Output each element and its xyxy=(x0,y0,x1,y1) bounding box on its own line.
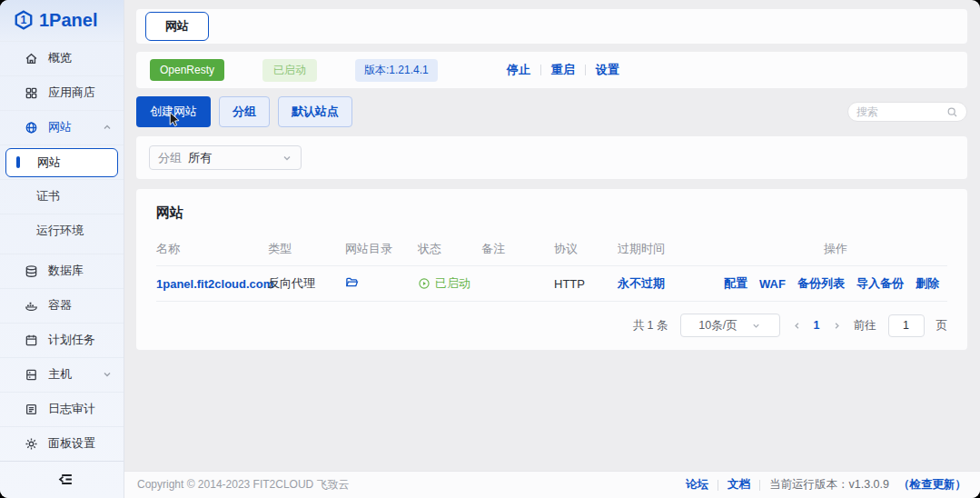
website-type: 反向代理 xyxy=(268,276,315,290)
calendar-icon xyxy=(25,334,38,347)
import-backup-link[interactable]: 导入备份 xyxy=(856,275,904,292)
app-window: 1 1Panel 概览 应用商店 网站 网站 xyxy=(0,0,980,498)
goto-label: 前往 xyxy=(854,318,876,334)
forum-link[interactable]: 论坛 xyxy=(686,477,708,493)
sidebar-item-host[interactable]: 主机 xyxy=(0,357,124,392)
running-version-text: 当前运行版本：v1.3.0.9 xyxy=(769,477,889,493)
total-count: 共 1 条 xyxy=(633,318,668,334)
delete-link[interactable]: 删除 xyxy=(916,275,939,292)
websites-card: 网站 名称 类型 网站目录 状态 备注 协议 过期时间 操作 xyxy=(136,189,967,350)
sidebar-subitem-cert[interactable]: 证书 xyxy=(0,179,124,214)
hexagon-logo-icon: 1 xyxy=(14,10,34,30)
column-actions: 操作 xyxy=(724,234,947,266)
website-protocol: HTTP xyxy=(554,277,585,291)
prev-page-icon[interactable] xyxy=(792,321,802,331)
restart-service-link[interactable]: 重启 xyxy=(551,62,575,78)
sidebar-item-label: 计划任务 xyxy=(48,332,95,348)
service-version-badge: 版本:1.21.4.1 xyxy=(355,59,438,82)
container-whale-icon xyxy=(25,299,38,313)
database-icon xyxy=(25,264,38,278)
gear-icon xyxy=(25,437,38,451)
table-header-row: 名称 类型 网站目录 状态 备注 协议 过期时间 操作 xyxy=(156,234,947,266)
collapse-sidebar-icon[interactable] xyxy=(56,471,74,488)
sidebar-item-label: 应用商店 xyxy=(48,85,95,101)
page-unit-label: 页 xyxy=(936,318,948,334)
sidebar-item-cronjob[interactable]: 计划任务 xyxy=(0,323,124,357)
service-actions: 停止 重启 设置 xyxy=(507,62,619,78)
svg-text:1: 1 xyxy=(21,15,27,27)
main-content: 网站 OpenResty 已启动 版本:1.21.4.1 停止 重启 设置 创建… xyxy=(124,0,980,498)
sidebar-collapse-row xyxy=(0,461,124,498)
page-size-select[interactable]: 10条/页 xyxy=(680,314,780,337)
tab-strip: 网站 xyxy=(136,9,967,44)
docs-link[interactable]: 文档 xyxy=(728,477,750,493)
sidebar-item-label: 数据库 xyxy=(48,263,84,279)
log-document-icon xyxy=(25,403,38,416)
filter-bar: 分组 所有 xyxy=(136,136,967,179)
service-settings-link[interactable]: 设置 xyxy=(596,62,619,78)
chevron-down-icon xyxy=(102,369,113,380)
backup-list-link[interactable]: 备份列表 xyxy=(797,275,845,292)
group-filter-select[interactable]: 分组 所有 xyxy=(149,145,302,170)
next-page-icon[interactable] xyxy=(832,321,842,331)
divider xyxy=(585,65,586,75)
sidebar-subitem-website-wrap: 网站 xyxy=(0,144,124,179)
sidebar-item-label: 日志审计 xyxy=(48,401,95,417)
column-protocol: 协议 xyxy=(554,234,618,266)
column-expire: 过期时间 xyxy=(618,234,724,266)
sidebar-menu: 概览 应用商店 网站 网站 证书 运行环境 xyxy=(0,41,124,461)
default-site-button[interactable]: 默认站点 xyxy=(278,96,352,127)
status-badge: 已启动 xyxy=(418,275,481,292)
sidebar-subitem-label: 证书 xyxy=(36,188,60,204)
chevron-down-icon xyxy=(751,321,761,331)
chevron-down-icon xyxy=(282,153,292,164)
appstore-icon xyxy=(25,86,38,100)
service-status-badge: 已启动 xyxy=(262,59,317,82)
footer-links: 论坛 文档 当前运行版本：v1.3.0.9 （检查更新） xyxy=(686,477,966,493)
group-filter-value: 所有 xyxy=(188,150,212,166)
column-type: 类型 xyxy=(268,234,345,266)
sidebar-item-overview[interactable]: 概览 xyxy=(0,41,124,75)
service-status-bar: OpenResty 已启动 版本:1.21.4.1 停止 重启 设置 xyxy=(136,52,967,88)
sidebar-item-logs[interactable]: 日志审计 xyxy=(0,392,124,426)
create-website-button[interactable]: 创建网站 xyxy=(136,96,211,127)
website-name-link[interactable]: 1panel.fit2cloud.com xyxy=(156,277,273,291)
group-button[interactable]: 分组 xyxy=(219,96,270,127)
server-icon xyxy=(25,368,38,382)
sidebar-item-website[interactable]: 网站 xyxy=(0,110,124,144)
sidebar-item-label: 主机 xyxy=(48,366,72,383)
expire-link[interactable]: 永不过期 xyxy=(618,276,665,290)
sidebar-item-settings[interactable]: 面板设置 xyxy=(0,426,124,461)
row-actions: 配置 WAF 备份列表 导入备份 删除 xyxy=(724,275,947,292)
sidebar-item-database[interactable]: 数据库 xyxy=(0,254,124,288)
stop-service-link[interactable]: 停止 xyxy=(507,62,530,78)
websites-table: 名称 类型 网站目录 状态 备注 协议 过期时间 操作 1panel.fit2c… xyxy=(156,234,947,302)
check-update-link[interactable]: （检查更新） xyxy=(898,477,966,493)
card-title: 网站 xyxy=(136,189,967,234)
table-row: 1panel.fit2cloud.com 反向代理 已启动 HTT xyxy=(156,266,947,302)
home-icon xyxy=(25,52,38,65)
pagination: 共 1 条 10条/页 1 前往 页 xyxy=(156,314,947,337)
logo[interactable]: 1 1Panel xyxy=(0,0,124,41)
search-icon[interactable] xyxy=(946,106,958,118)
divider xyxy=(540,65,541,75)
folder-icon[interactable] xyxy=(345,275,359,289)
sidebar-item-label: 网站 xyxy=(48,119,72,135)
tab-website[interactable]: 网站 xyxy=(145,12,209,41)
column-remark: 备注 xyxy=(481,234,554,266)
sidebar-subitem-website[interactable]: 网站 xyxy=(5,148,118,177)
sidebar-subitem-runtime[interactable]: 运行环境 xyxy=(0,214,124,248)
content-filler xyxy=(136,350,967,471)
config-link[interactable]: 配置 xyxy=(724,275,747,292)
play-circle-icon xyxy=(418,277,431,290)
column-directory: 网站目录 xyxy=(345,234,418,266)
waf-link[interactable]: WAF xyxy=(759,277,786,291)
sidebar-item-label: 容器 xyxy=(48,297,72,314)
goto-page-input[interactable] xyxy=(888,314,925,337)
toolbar: 创建网站 分组 默认站点 xyxy=(136,98,967,125)
sidebar-item-appstore[interactable]: 应用商店 xyxy=(0,75,124,110)
search-input[interactable] xyxy=(856,105,946,118)
page-number[interactable]: 1 xyxy=(814,319,820,332)
sidebar-item-label: 面板设置 xyxy=(48,435,95,452)
sidebar-item-container[interactable]: 容器 xyxy=(0,288,124,323)
